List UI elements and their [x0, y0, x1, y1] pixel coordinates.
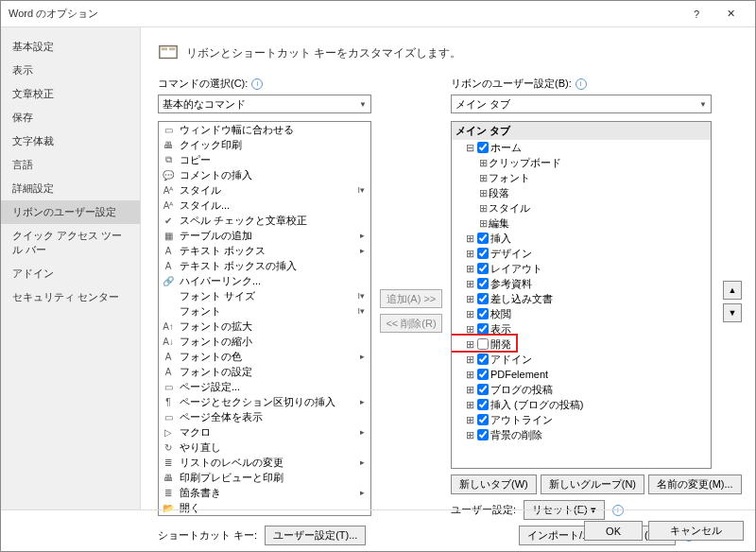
expand-icon[interactable]: ⊞: [478, 188, 489, 198]
tree-checkbox[interactable]: [477, 414, 489, 425]
tree-checkbox[interactable]: [477, 323, 489, 335]
command-item[interactable]: ▭ページ設定...: [159, 379, 370, 394]
move-up-button[interactable]: ▲: [723, 281, 742, 300]
help-icon[interactable]: i: [251, 78, 263, 90]
tree-checkbox[interactable]: [477, 338, 489, 350]
tree-item[interactable]: ⊞挿入 (ブログの投稿): [452, 397, 711, 412]
tree-checkbox[interactable]: [477, 278, 489, 289]
command-item[interactable]: ↻やり直し: [159, 440, 370, 455]
sidebar-item[interactable]: 言語: [1, 153, 140, 177]
expand-icon[interactable]: ⊞: [478, 203, 489, 214]
command-item[interactable]: AᴬスタイルI▾: [159, 182, 370, 198]
tree-item[interactable]: ⊞レイアウト: [452, 261, 711, 276]
command-item[interactable]: フォント サイズI▾: [159, 288, 370, 303]
expand-icon[interactable]: ⊞: [465, 324, 475, 335]
tree-item[interactable]: ⊞段落: [452, 185, 711, 200]
help-button[interactable]: ?: [679, 1, 713, 27]
sidebar-item[interactable]: セキュリティ センター: [1, 285, 140, 309]
sidebar-item[interactable]: 文字体裁: [1, 129, 140, 153]
command-item[interactable]: 💬コメントの挿入: [159, 167, 370, 182]
command-item[interactable]: Aテキスト ボックス▸: [159, 243, 370, 258]
sidebar-item[interactable]: アドイン: [1, 262, 140, 285]
tree-item[interactable]: ⊞ブログの投稿: [452, 382, 711, 397]
expand-icon[interactable]: ⊞: [465, 354, 475, 365]
move-down-button[interactable]: ▼: [723, 303, 742, 322]
add-button[interactable]: 追加(A) >>: [380, 289, 442, 308]
command-category-dropdown[interactable]: 基本的なコマンド ▼: [158, 95, 371, 113]
tree-item[interactable]: ⊞デザイン: [452, 246, 711, 261]
sidebar-item[interactable]: クイック アクセス ツール バー: [1, 224, 140, 262]
sidebar-item[interactable]: 基本設定: [1, 35, 140, 59]
expand-icon[interactable]: ⊞: [465, 249, 475, 259]
tree-checkbox[interactable]: [477, 248, 489, 259]
expand-icon[interactable]: ⊞: [465, 294, 475, 304]
tree-checkbox[interactable]: [477, 384, 489, 395]
command-item[interactable]: 🖶クイック印刷: [159, 137, 370, 152]
tree-item[interactable]: ⊞表示: [452, 321, 711, 336]
command-item[interactable]: Aフォントの設定: [159, 364, 370, 379]
expand-icon[interactable]: ⊞: [465, 370, 475, 380]
tree-item[interactable]: ⊞編集: [452, 216, 711, 231]
command-item[interactable]: ✔スペル チェックと文章校正: [159, 213, 370, 228]
command-item[interactable]: 🖶印刷プレビューと印刷: [159, 470, 370, 485]
tree-item[interactable]: ⊞挿入: [452, 231, 711, 246]
tree-item[interactable]: ⊞フォント: [452, 170, 711, 185]
expand-icon[interactable]: ⊞: [465, 233, 475, 244]
command-item[interactable]: フォントI▾: [159, 303, 370, 319]
command-item[interactable]: ▷マクロ▸: [159, 424, 370, 440]
sidebar-item[interactable]: 詳細設定: [1, 177, 140, 200]
expand-icon[interactable]: ⊞: [465, 400, 475, 410]
tree-item[interactable]: ⊞PDFelement: [452, 367, 711, 382]
command-item[interactable]: ≣リストのレベルの変更▸: [159, 455, 370, 470]
command-item[interactable]: ≣箇条書き▸: [159, 485, 370, 500]
rename-button[interactable]: 名前の変更(M)...: [648, 474, 742, 494]
ok-button[interactable]: OK: [584, 521, 643, 541]
tree-checkbox[interactable]: [477, 293, 489, 304]
ribbon-tree[interactable]: メイン タブ ⊟ホーム⊞クリップボード⊞フォント⊞段落⊞スタイル⊞編集⊞挿入⊞デ…: [451, 121, 712, 469]
sidebar-item[interactable]: 表示: [1, 59, 140, 82]
tree-checkbox[interactable]: [477, 263, 489, 274]
command-item[interactable]: ⧉コピー: [159, 152, 370, 167]
help-icon[interactable]: i: [576, 78, 587, 90]
expand-icon[interactable]: ⊞: [478, 173, 489, 183]
command-item[interactable]: A↑フォントの拡大: [159, 319, 370, 334]
tree-item[interactable]: ⊞クリップボード: [452, 155, 711, 170]
cancel-button[interactable]: キャンセル: [648, 521, 744, 541]
command-item[interactable]: ▭ページ全体を表示: [159, 409, 370, 424]
tree-checkbox[interactable]: [477, 233, 489, 244]
command-item[interactable]: ▦テーブルの追加▸: [159, 228, 370, 243]
tree-item[interactable]: ⊞参考資料: [452, 276, 711, 291]
tree-checkbox[interactable]: [477, 354, 489, 365]
command-item[interactable]: Aᴬスタイル...: [159, 198, 370, 213]
expand-icon[interactable]: ⊞: [465, 339, 475, 350]
command-item[interactable]: ¶ページとセクション区切りの挿入▸: [159, 394, 370, 409]
expand-icon[interactable]: ⊞: [478, 218, 489, 229]
collapse-icon[interactable]: ⊟: [465, 143, 475, 153]
close-button[interactable]: ✕: [713, 1, 747, 27]
command-item[interactable]: A↓フォントの縮小: [159, 334, 370, 349]
commands-listbox[interactable]: ▭ウィンドウ幅に合わせる🖶クイック印刷⧉コピー💬コメントの挿入AᴬスタイルI▾A…: [158, 121, 371, 516]
sidebar-item[interactable]: リボンのユーザー設定: [1, 200, 140, 224]
tree-checkbox[interactable]: [477, 399, 489, 410]
command-item[interactable]: 🔗ハイパーリンク...: [159, 273, 370, 288]
command-item[interactable]: Aフォントの色▸: [159, 349, 370, 364]
tree-checkbox[interactable]: [477, 429, 489, 440]
tree-item[interactable]: ⊞スタイル: [452, 200, 711, 216]
expand-icon[interactable]: ⊞: [478, 158, 489, 168]
tree-item[interactable]: ⊞アウトライン: [452, 412, 711, 427]
remove-button[interactable]: << 削除(R): [380, 314, 442, 333]
tree-checkbox[interactable]: [477, 369, 489, 380]
tree-item[interactable]: ⊞校閲: [452, 306, 711, 321]
sidebar-item[interactable]: 保存: [1, 106, 140, 129]
tree-checkbox[interactable]: [477, 142, 489, 153]
command-item[interactable]: Aテキスト ボックスの挿入: [159, 258, 370, 273]
expand-icon[interactable]: ⊞: [465, 309, 475, 319]
expand-icon[interactable]: ⊞: [465, 415, 475, 425]
tree-item[interactable]: ⊞開発: [452, 336, 711, 352]
ribbon-tabs-dropdown[interactable]: メイン タブ ▼: [451, 95, 712, 113]
tree-item[interactable]: ⊞アドイン: [452, 352, 711, 367]
tree-item[interactable]: ⊞差し込み文書: [452, 291, 711, 306]
expand-icon[interactable]: ⊞: [465, 430, 475, 440]
command-item[interactable]: ▭ウィンドウ幅に合わせる: [159, 122, 370, 137]
expand-icon[interactable]: ⊞: [465, 279, 475, 289]
